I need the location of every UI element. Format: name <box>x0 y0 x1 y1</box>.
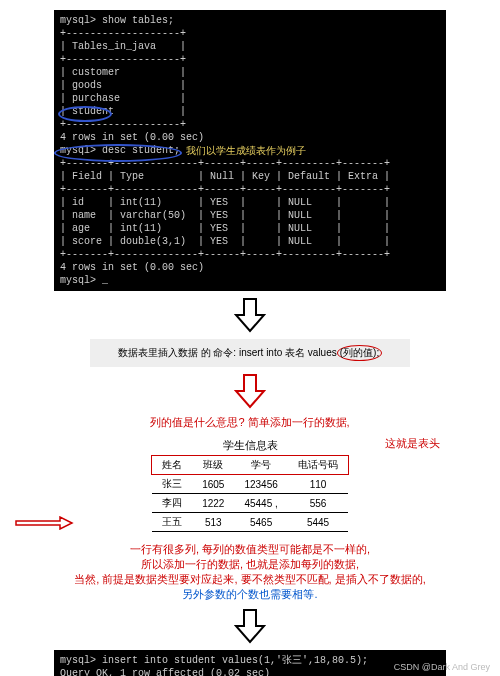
terminal-insert: mysql> insert into student values(1,'张三'… <box>54 650 446 676</box>
explain-block: 一行有很多列, 每列的数值类型可能都是不一样的, 所以添加一行的数据, 也就是添… <box>20 542 480 602</box>
explain-col-value: 列的值是什么意思? 简单添加一行的数据, <box>20 415 480 430</box>
col-class: 班级 <box>192 456 234 475</box>
table-row: 王五51354655445 <box>152 513 349 532</box>
cmd-prefix: 数据表里插入数据 的 命令: insert into 表名 values <box>118 347 337 358</box>
col-id: 学号 <box>234 456 287 475</box>
red-line: 当然, 前提是数据类型要对应起来, 要不然类型不匹配, 是插入不了数据的, <box>20 572 480 587</box>
red-line: 一行有很多列, 每列的数值类型可能都是不一样的, <box>20 542 480 557</box>
insert-command-box: 数据表里插入数据 的 命令: insert into 表名 values(列的值… <box>90 339 410 367</box>
terminal-show-tables: mysql> show tables; +-------------------… <box>54 10 446 291</box>
yellow-note: 我们以学生成绩表作为例子 <box>186 145 306 158</box>
student-table-wrap: 这就是表头 学生信息表 姓名 班级 学号 电话号码 张三160512345611… <box>20 438 480 532</box>
red-arrow-right-icon <box>14 516 74 533</box>
watermark: CSDN @Dark And Grey <box>394 662 490 672</box>
table-row: 李四122245445 ,556 <box>152 494 349 513</box>
table-row: 张三1605123456110 <box>152 475 349 494</box>
student-info-table: 姓名 班级 学号 电话号码 张三1605123456110 李四12224544… <box>151 455 349 532</box>
circle-student <box>58 106 112 122</box>
red-line: 所以添加一行的数据, 也就是添加每列的数据, <box>20 557 480 572</box>
arrow-down-red-icon <box>20 373 480 409</box>
col-name: 姓名 <box>152 456 193 475</box>
col-phone: 电话号码 <box>288 456 349 475</box>
circle-desc <box>54 144 182 162</box>
arrow-down-icon <box>20 297 480 333</box>
table-header-row: 姓名 班级 学号 电话号码 <box>152 456 349 475</box>
arrow-down-icon <box>20 608 480 644</box>
blue-line: 另外参数的个数也需要相等. <box>20 587 480 602</box>
header-annot: 这就是表头 <box>385 436 440 451</box>
circled-values: (列的值); <box>337 345 382 361</box>
